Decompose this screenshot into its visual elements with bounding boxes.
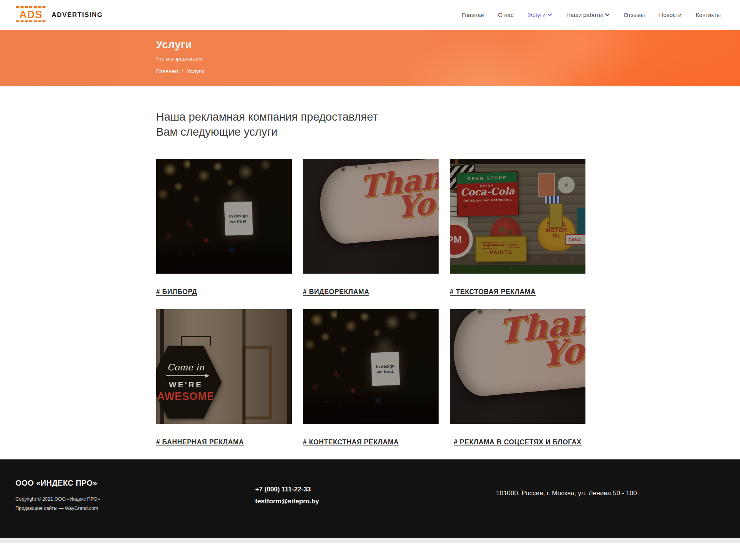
footer-email: testform@sitepro.by: [255, 495, 496, 507]
footer-contacts-block: +7 (000) 111-22-33 testform@sitepro.by: [255, 479, 496, 538]
nav-item-home[interactable]: Главная: [462, 12, 484, 18]
breadcrumb-separator: /: [182, 68, 183, 74]
service-card-context: In design we trust. # КОНТЕКСТНАЯ РЕКЛАМ…: [303, 309, 439, 447]
footer-copyright: Copyright © 2021 ООО «Индекс ПРО»: [15, 494, 255, 504]
card-image-billboard-night[interactable]: In design we trust.: [156, 159, 292, 274]
footer-company-block: ООО «ИНДЕКС ПРО» Copyright © 2021 ООО «И…: [15, 479, 255, 538]
page-subtitle: Что мы предлагаем: [156, 56, 204, 62]
service-card-video: Thank You # ВИДЕОРЕКЛАМА: [303, 159, 439, 297]
main-content: Наша рекламная компания предоставляет Ва…: [0, 109, 740, 459]
service-card-text: DRUG STORE DRINK Coca-Cola Delicious and…: [450, 159, 585, 297]
chevron-down-icon: [548, 13, 552, 16]
footer-company-name: ООО «ИНДЕКС ПРО»: [15, 479, 255, 488]
arrow-right-icon: [166, 375, 206, 376]
site-header: ADS ADVERTISING Главная О нас Услуги Наш…: [0, 0, 740, 30]
nav-item-news[interactable]: Новости: [659, 12, 681, 18]
sign-bracket: [181, 336, 211, 346]
nav-item-services[interactable]: Услуги: [528, 12, 552, 18]
hexagon-sign: Come in WE'RE AWESOME: [156, 345, 222, 419]
service-link-banner[interactable]: # БАННЕРНАЯ РЕКЛАМА: [156, 437, 292, 447]
footer-phone: +7 (000) 111-22-33: [255, 483, 496, 495]
logo-text: ADVERTISING: [52, 11, 103, 19]
chevron-down-icon: [605, 13, 609, 16]
card-image-billboard-night[interactable]: In design we trust.: [303, 309, 439, 424]
breadcrumb-home-link[interactable]: Главная: [156, 68, 178, 74]
nav-item-about[interactable]: О нас: [498, 12, 513, 18]
site-logo[interactable]: ADS ADVERTISING: [16, 8, 103, 22]
service-card-banner: Come in WE'RE AWESOME # БАННЕРНАЯ РЕКЛАМ…: [156, 309, 292, 447]
card-image-awesome-sign[interactable]: Come in WE'RE AWESOME: [156, 309, 292, 424]
service-link-text[interactable]: # ТЕКСТОВАЯ РЕКЛАМА: [450, 287, 585, 297]
nav-item-works[interactable]: Наши работы: [566, 12, 609, 18]
logo-ads-icon: ADS: [16, 8, 45, 22]
site-footer: ООО «ИНДЕКС ПРО» Copyright © 2021 ООО «И…: [0, 459, 740, 538]
footer-address-block: 101000, Россия, г. Москва, ул. Ленина 50…: [496, 479, 725, 538]
card-image-vintage-signs[interactable]: DRUG STORE DRINK Coca-Cola Delicious and…: [450, 159, 585, 274]
card-image-thankyou-sign[interactable]: Thank You: [450, 309, 585, 424]
nav-item-reviews[interactable]: Отзывы: [624, 12, 645, 18]
service-link-context[interactable]: # КОНТЕКСТНАЯ РЕКЛАМА: [303, 437, 439, 447]
page-hero: Услуги Что мы предлагаем Главная / Услуг…: [0, 30, 740, 86]
nav-item-contacts[interactable]: Контакты: [696, 12, 721, 18]
service-card-social: Thank You # РЕКЛАМА В СОЦСЕТЯХ И БЛОГАХ: [450, 309, 585, 447]
footer-address: 101000, Россия, г. Москва, ул. Ленина 50…: [496, 489, 725, 497]
footer-credits: Продающие сайты — WayGrand.com: [15, 504, 255, 513]
service-link-billboard[interactable]: # БИЛБОРД: [156, 287, 292, 297]
breadcrumb: Главная / Услуги: [156, 68, 204, 74]
service-card-billboard: In design we trust. # БИЛБОРД: [156, 159, 292, 297]
service-link-video[interactable]: # ВИДЕОРЕКЛАМА: [303, 287, 439, 297]
section-heading: Наша рекламная компания предоставляет Ва…: [156, 109, 740, 140]
bottom-strip: [0, 538, 740, 543]
card-image-thankyou-sign[interactable]: Thank You: [303, 159, 439, 274]
page-title: Услуги: [156, 39, 204, 51]
service-link-social[interactable]: # РЕКЛАМА В СОЦСЕТЯХ И БЛОГАХ: [450, 437, 585, 447]
breadcrumb-current: Услуги: [187, 68, 204, 74]
main-nav: Главная О нас Услуги Наши работы Отзывы …: [462, 12, 721, 18]
services-grid: In design we trust. # БИЛБОРД Thank You: [156, 159, 585, 459]
